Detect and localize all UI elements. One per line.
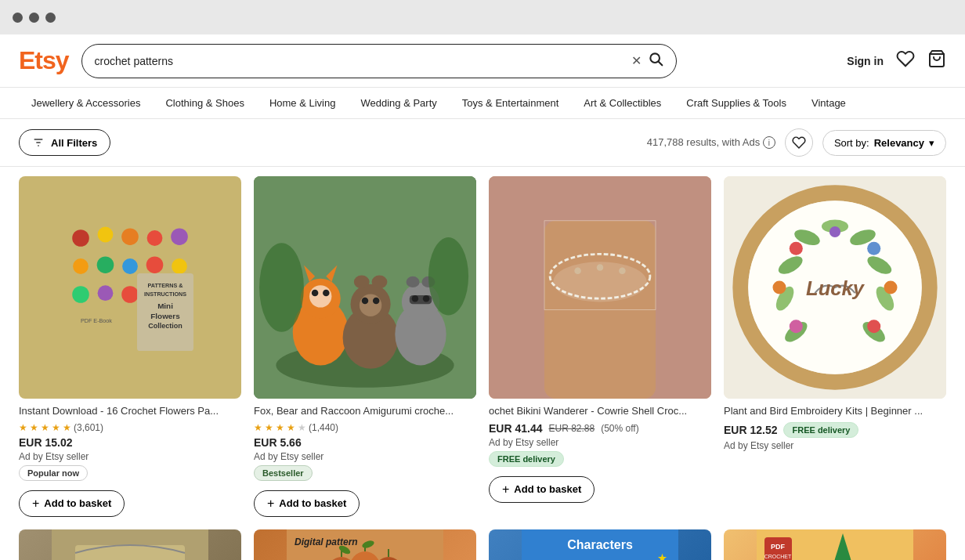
product-stars-1: ★ ★ ★ ★ ★ (3,601) xyxy=(19,422,241,433)
sign-in-button[interactable]: Sign in xyxy=(847,55,884,67)
nav-item-art[interactable]: Art & Collectibles xyxy=(571,88,674,118)
svg-text:PDF E-Book: PDF E-Book xyxy=(81,317,112,324)
product-price-3: EUR 41.44 xyxy=(489,422,542,435)
nav-item-clothing[interactable]: Clothing & Shoes xyxy=(153,88,256,118)
svg-point-41 xyxy=(354,275,370,288)
sort-value: Relevancy xyxy=(874,137,924,149)
discount-3: (50% off) xyxy=(601,423,638,434)
search-clear-icon[interactable]: ✕ xyxy=(631,53,642,68)
embroidery-illustration: Lucky xyxy=(724,176,946,399)
svg-rect-81 xyxy=(75,545,185,560)
search-input[interactable] xyxy=(95,55,631,67)
svg-point-48 xyxy=(407,276,420,287)
review-count-2: (1,440) xyxy=(309,422,338,433)
svg-point-39 xyxy=(362,298,369,305)
svg-point-74 xyxy=(884,280,897,294)
svg-text:PDF: PDF xyxy=(771,543,786,551)
price-row-1: EUR 15.02 xyxy=(19,436,241,449)
svg-point-12 xyxy=(73,258,89,274)
svg-point-50 xyxy=(259,243,304,332)
product-price-2: EUR 5.66 xyxy=(254,436,302,449)
svg-point-32 xyxy=(312,290,319,297)
add-to-basket-button-1[interactable]: + Add to basket xyxy=(19,490,125,517)
preview-image-4[interactable]: PDF CROCHET xyxy=(724,529,946,560)
original-price-3: EUR 82.88 xyxy=(548,423,595,434)
product-price-1: EUR 15.02 xyxy=(19,436,72,449)
svg-point-59 xyxy=(619,267,626,274)
svg-text:CROCHET: CROCHET xyxy=(764,554,792,559)
add-to-basket-button-3[interactable]: + Add to basket xyxy=(489,476,595,503)
svg-point-18 xyxy=(98,285,114,301)
nav-item-jewellery[interactable]: Jewellery & Accessories xyxy=(19,88,153,118)
product-card-2[interactable]: Fox, Bear and Raccoon Amigurumi croche..… xyxy=(248,167,482,529)
nav-item-home[interactable]: Home & Living xyxy=(257,88,349,118)
sort-label: Sort by: xyxy=(834,137,869,149)
product-price-4: EUR 12.52 xyxy=(724,424,777,436)
wishlist-icon[interactable] xyxy=(896,49,915,73)
product-card-1[interactable]: PATTERNS & INSTRUCTIONS Mini Flowers Col… xyxy=(13,167,248,529)
svg-text:Digital pattern: Digital pattern xyxy=(295,537,358,547)
product-title-4: Plant and Bird Embroidery Kits | Beginne… xyxy=(724,405,946,418)
svg-point-15 xyxy=(146,256,164,273)
svg-point-19 xyxy=(121,286,139,303)
plus-icon: + xyxy=(502,482,509,497)
preview-image-1[interactable] xyxy=(19,529,241,560)
nav-item-toys[interactable]: Toys & Entertainment xyxy=(450,88,572,118)
bottom-preview-row: Digital pattern Characters xyxy=(0,529,965,560)
svg-point-75 xyxy=(867,320,880,333)
star-icon: ★ xyxy=(30,422,38,433)
sort-button[interactable]: Sort by: Relevancy ▾ xyxy=(822,130,946,156)
svg-point-13 xyxy=(97,256,114,273)
preview-pumpkins-illustration: Digital pattern xyxy=(254,529,476,560)
svg-point-77 xyxy=(772,280,786,294)
wishlist-filter-button[interactable] xyxy=(785,128,813,157)
svg-point-47 xyxy=(423,295,430,302)
svg-point-33 xyxy=(323,290,330,297)
svg-text:Flowers: Flowers xyxy=(150,312,180,320)
nav-item-craft[interactable]: Craft Supplies & Tools xyxy=(674,88,799,118)
nav-item-wedding[interactable]: Wedding & Party xyxy=(348,88,449,118)
preview-knit-illustration xyxy=(19,529,241,560)
browser-bar xyxy=(0,0,965,34)
search-icon[interactable] xyxy=(648,51,663,70)
add-to-basket-button-2[interactable]: + Add to basket xyxy=(254,490,360,517)
svg-point-42 xyxy=(372,275,388,288)
svg-point-11 xyxy=(171,228,188,245)
product-card-3[interactable]: ochet Bikini Wanderer - Cowrie Shell Cro… xyxy=(482,167,717,529)
info-icon[interactable]: i xyxy=(763,136,775,149)
badge-free-4: FREE delivery xyxy=(783,422,858,438)
chevron-down-icon: ▾ xyxy=(929,137,934,149)
svg-point-31 xyxy=(309,285,331,307)
all-filters-label: All Filters xyxy=(51,137,97,149)
filter-bar: All Filters 417,788 results, with Ads i … xyxy=(0,119,965,167)
ad-label-3: Ad by Etsy seller xyxy=(489,437,711,448)
price-row-2: EUR 5.66 xyxy=(254,436,476,449)
svg-point-9 xyxy=(121,228,139,245)
star-icon: ★ xyxy=(41,422,49,433)
product-stars-2: ★ ★ ★ ★ ★ (1,440) xyxy=(254,422,476,433)
svg-point-14 xyxy=(122,258,138,274)
svg-text:Collection: Collection xyxy=(148,322,183,330)
preview-image-2[interactable]: Digital pattern xyxy=(254,529,476,560)
star-icon: ★ xyxy=(254,422,262,433)
etsy-logo[interactable]: Etsy xyxy=(19,46,69,75)
cart-icon[interactable] xyxy=(927,49,946,73)
svg-point-73 xyxy=(867,242,880,255)
svg-point-58 xyxy=(597,264,604,271)
product-image-4: Lucky xyxy=(724,176,946,399)
product-card-4[interactable]: Lucky Plant and Bird Embroidery Kits | B… xyxy=(717,167,952,529)
preview-image-3[interactable]: Characters xyxy=(489,529,711,560)
svg-point-46 xyxy=(412,295,419,302)
badge-popular-1: Popular now xyxy=(19,465,88,481)
browser-dot-3 xyxy=(45,13,56,23)
star-icon: ★ xyxy=(52,422,60,433)
plus-icon: + xyxy=(32,497,39,511)
price-row-4: EUR 12.52 FREE delivery xyxy=(724,422,946,438)
star-icon: ★ xyxy=(265,422,273,433)
svg-text:Characters: Characters xyxy=(567,538,633,551)
product-title-3: ochet Bikini Wanderer - Cowrie Shell Cro… xyxy=(489,405,711,418)
flowers-illustration: PATTERNS & INSTRUCTIONS Mini Flowers Col… xyxy=(60,217,201,358)
ad-label-2: Ad by Etsy seller xyxy=(254,451,476,462)
nav-item-vintage[interactable]: Vintage xyxy=(799,88,858,118)
all-filters-button[interactable]: All Filters xyxy=(19,129,110,156)
